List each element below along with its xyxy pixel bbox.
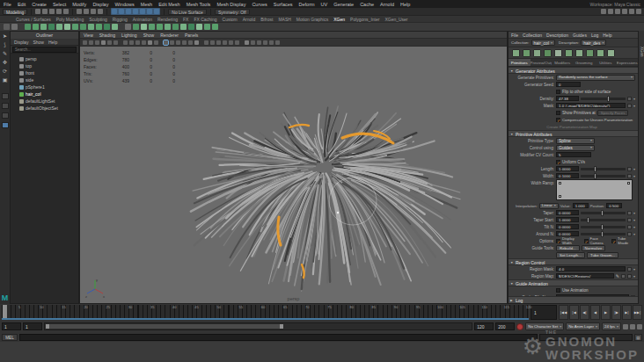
shelf-icon-21[interactable] — [172, 24, 179, 30]
section-guide-animation[interactable]: Guide Animation — [509, 279, 638, 286]
viewport-menu-show[interactable]: Show — [143, 33, 155, 38]
menu-curves[interactable]: Curves — [252, 2, 267, 7]
viewport-toolbar-icon-10[interactable] — [142, 40, 146, 45]
script-editor-icon[interactable]: ▤ — [634, 334, 642, 341]
shelf-tab-fx[interactable]: FX — [183, 17, 188, 22]
density-slider[interactable] — [581, 98, 626, 100]
playback-button-6[interactable]: |▶ — [611, 305, 621, 320]
workspace-selector[interactable]: Workspace: Maya Classic — [590, 2, 640, 7]
shelf-icon-12[interactable] — [96, 24, 102, 30]
viewport-toolbar-icon-17[interactable] — [188, 40, 193, 45]
shelf-icon-19[interactable] — [157, 24, 163, 30]
ramp-position-input[interactable]: 0.500 — [606, 203, 622, 208]
shelf-icon-20[interactable] — [165, 24, 171, 30]
select-component-icon[interactable] — [91, 9, 96, 14]
tilt-input[interactable]: 0.0000 — [556, 224, 579, 229]
snap-curve-icon[interactable] — [119, 9, 124, 14]
menu-edit-mesh[interactable]: Edit Mesh — [158, 2, 179, 7]
viewport-toolbar-icon-12[interactable] — [154, 40, 158, 45]
xgen-menu-log[interactable]: Log — [591, 33, 598, 38]
shelf-icon-9[interactable] — [72, 24, 78, 30]
region-mask-input[interactable]: 4.0 — [556, 266, 626, 272]
undo-icon[interactable] — [56, 9, 62, 14]
section-generator-attributes[interactable]: Generator Attributes — [509, 67, 638, 74]
shelf-icon-23[interactable] — [188, 24, 194, 30]
menu-display[interactable]: Display — [92, 2, 108, 7]
viewport-toolbar-icon-3[interactable] — [95, 40, 99, 45]
guide-density-icon[interactable] — [575, 49, 583, 57]
menu-deform[interactable]: Deform — [299, 2, 315, 7]
playback-button-2[interactable]: |◀ — [569, 305, 579, 320]
fps-dropdown[interactable]: 24 fps▾ — [602, 322, 621, 330]
xgen-menu-file[interactable]: File — [511, 33, 518, 38]
make-live-icon[interactable] — [147, 9, 152, 14]
snap-grid-icon[interactable] — [112, 9, 117, 14]
viewport-toolbar-icon-13[interactable] — [164, 40, 168, 45]
tube-groom-button[interactable]: Tube Groom... — [587, 252, 618, 258]
viewport-toolbar-icon-4[interactable] — [101, 40, 106, 45]
viewport-menu-lighting[interactable]: Lighting — [121, 33, 137, 38]
playback-button-3[interactable]: ◀| — [580, 305, 589, 320]
outliner-item-persp[interactable]: persp — [11, 55, 78, 62]
lasso-tool-icon[interactable]: ⟆ — [4, 42, 5, 47]
shelf-icon-6[interactable] — [48, 24, 55, 30]
menu-create[interactable]: Create — [32, 2, 47, 7]
shelf-tab-rendering[interactable]: Rendering — [157, 17, 178, 22]
taper-start-map-button[interactable] — [627, 218, 632, 222]
xgen-side-tab[interactable]: XGen — [639, 47, 644, 57]
taper-start-slider[interactable] — [581, 219, 626, 221]
playback-start-field[interactable]: 1 — [23, 322, 42, 330]
menu-modify[interactable]: Modify — [72, 2, 86, 7]
xgen-tab-primitives[interactable]: Primitives — [509, 59, 531, 66]
viewport-toolbar-icon-24[interactable] — [235, 40, 239, 45]
outliner-item-pSphere1[interactable]: pSphere1 — [11, 83, 78, 90]
viewport-toolbar-icon-19[interactable] — [204, 40, 209, 45]
mute-audio-icon[interactable] — [623, 324, 628, 329]
shelf-tab-custom[interactable]: Custom — [223, 17, 238, 22]
section-region-control[interactable]: Region Control — [509, 258, 638, 265]
region-mask-map-button[interactable] — [627, 267, 632, 272]
shelf-icon-24[interactable] — [196, 24, 202, 30]
viewport-menu-renderer[interactable]: Renderer — [160, 33, 179, 38]
around-slider[interactable] — [581, 233, 626, 235]
menu-set-dropdown[interactable]: Modeling — [3, 9, 27, 15]
render-icon[interactable] — [601, 9, 606, 14]
chevron-down-icon[interactable]: ▾ — [633, 232, 635, 236]
width-input[interactable]: 0.1000 — [556, 173, 579, 178]
menu-uv[interactable]: UV — [321, 2, 328, 7]
rotate-guide-icon[interactable] — [544, 49, 552, 57]
shelf-tab-polygons-inter[interactable]: Polygons_Inter — [350, 17, 379, 22]
range-slider[interactable] — [44, 322, 472, 330]
viewport-toolbar-icon-28[interactable] — [263, 40, 267, 45]
chevron-down-icon[interactable]: ▾ — [633, 174, 635, 178]
xgen-menu-collection[interactable]: Collection — [523, 33, 542, 38]
select-hierarchy-icon[interactable] — [77, 9, 82, 14]
outliner-item-top[interactable]: top — [11, 62, 78, 69]
menu-mesh-tools[interactable]: Mesh Tools — [187, 2, 211, 7]
character-set-dropdown[interactable]: No Character Set▾ — [525, 322, 564, 330]
chevron-down-icon[interactable]: ▾ — [633, 274, 635, 279]
playback-button-8[interactable]: ▶▶| — [633, 305, 642, 320]
description-dropdown[interactable]: hair_des▾ — [581, 40, 606, 46]
shelf-icon-15[interactable] — [125, 24, 131, 30]
shelf-tab-sculpting[interactable]: Sculpting — [89, 17, 107, 22]
shelf-icon-5[interactable] — [40, 24, 47, 30]
menu-cache[interactable]: Cache — [360, 2, 374, 7]
layout-persp-outliner-button[interactable] — [2, 112, 9, 119]
shelf-tab-poly-modeling[interactable]: Poly Modeling — [56, 17, 84, 22]
region-map-input[interactable]: ${DESC}/Regions/ — [556, 273, 614, 279]
shelf-tab-rigging[interactable]: Rigging — [113, 17, 128, 22]
mask-map-button[interactable] — [627, 104, 632, 108]
taper-slider[interactable] — [581, 212, 626, 214]
viewport-toolbar-icon-23[interactable] — [229, 40, 233, 45]
snap-view-plane-icon[interactable] — [140, 9, 145, 14]
display-layer-icon[interactable] — [622, 9, 627, 14]
primitive-type-dropdown[interactable]: Spline▾ — [556, 138, 595, 144]
menu-help[interactable]: Help — [400, 2, 410, 7]
select-object-icon[interactable] — [84, 9, 89, 14]
new-scene-icon[interactable] — [35, 9, 40, 14]
tilt-map-button[interactable] — [627, 225, 632, 229]
viewport-toolbar-icon-5[interactable] — [107, 40, 112, 45]
length-map-button[interactable] — [627, 167, 632, 171]
flip-checkbox[interactable] — [556, 90, 560, 94]
